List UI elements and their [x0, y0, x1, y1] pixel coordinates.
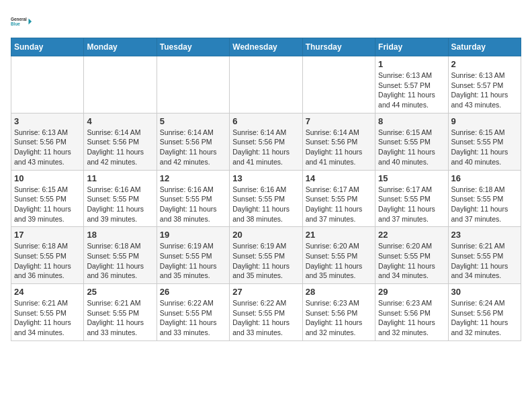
day-info: Sunrise: 6:14 AM Sunset: 5:56 PM Dayligh… [306, 128, 372, 167]
day-info: Sunrise: 6:13 AM Sunset: 5:57 PM Dayligh… [451, 71, 518, 110]
calendar-cell: 17Sunrise: 6:18 AM Sunset: 5:55 PM Dayli… [11, 227, 84, 284]
calendar-cell: 30Sunrise: 6:24 AM Sunset: 5:56 PM Dayli… [448, 284, 521, 341]
day-info: Sunrise: 6:18 AM Sunset: 5:55 PM Dayligh… [87, 241, 153, 281]
calendar-cell: 7Sunrise: 6:14 AM Sunset: 5:56 PM Daylig… [302, 113, 375, 170]
day-number: 9 [451, 116, 518, 126]
day-info: Sunrise: 6:13 AM Sunset: 5:57 PM Dayligh… [378, 71, 445, 110]
calendar-cell: 12Sunrise: 6:16 AM Sunset: 5:55 PM Dayli… [157, 170, 229, 227]
svg-text:Blue: Blue [11, 21, 20, 26]
day-info: Sunrise: 6:20 AM Sunset: 5:55 PM Dayligh… [378, 241, 445, 281]
weekday-header-wednesday: Wednesday [230, 38, 302, 56]
day-info: Sunrise: 6:23 AM Sunset: 5:56 PM Dayligh… [306, 298, 372, 338]
calendar-cell [302, 56, 375, 113]
day-info: Sunrise: 6:22 AM Sunset: 5:55 PM Dayligh… [232, 298, 299, 338]
day-number: 5 [160, 116, 226, 126]
calendar-cell: 14Sunrise: 6:17 AM Sunset: 5:55 PM Dayli… [302, 170, 375, 227]
calendar-cell: 2Sunrise: 6:13 AM Sunset: 5:57 PM Daylig… [448, 56, 521, 113]
weekday-header-friday: Friday [375, 38, 448, 56]
day-info: Sunrise: 6:15 AM Sunset: 5:55 PM Dayligh… [451, 128, 518, 167]
calendar-cell: 8Sunrise: 6:15 AM Sunset: 5:55 PM Daylig… [375, 113, 448, 170]
day-number: 10 [14, 173, 81, 183]
day-number: 14 [306, 173, 372, 183]
weekday-header-monday: Monday [84, 38, 157, 56]
weekday-header-saturday: Saturday [448, 38, 521, 56]
logo-icon: GeneralBlue [11, 11, 32, 32]
day-number: 24 [14, 287, 81, 297]
day-number: 16 [451, 173, 518, 183]
day-info: Sunrise: 6:13 AM Sunset: 5:56 PM Dayligh… [14, 128, 81, 167]
day-number: 3 [14, 116, 81, 126]
calendar-cell [157, 56, 229, 113]
svg-marker-2 [29, 18, 32, 24]
calendar-cell: 18Sunrise: 6:18 AM Sunset: 5:55 PM Dayli… [84, 227, 157, 284]
calendar-week-row: 3Sunrise: 6:13 AM Sunset: 5:56 PM Daylig… [11, 113, 521, 170]
day-number: 18 [87, 230, 153, 240]
day-number: 19 [160, 230, 226, 240]
day-number: 12 [160, 173, 226, 183]
calendar-cell: 5Sunrise: 6:14 AM Sunset: 5:56 PM Daylig… [157, 113, 229, 170]
calendar-cell: 16Sunrise: 6:18 AM Sunset: 5:55 PM Dayli… [448, 170, 521, 227]
calendar-week-row: 1Sunrise: 6:13 AM Sunset: 5:57 PM Daylig… [11, 56, 521, 113]
day-number: 21 [306, 230, 372, 240]
day-info: Sunrise: 6:21 AM Sunset: 5:55 PM Dayligh… [451, 241, 518, 281]
day-number: 7 [306, 116, 372, 126]
day-info: Sunrise: 6:20 AM Sunset: 5:55 PM Dayligh… [306, 241, 372, 281]
day-number: 4 [87, 116, 153, 126]
day-info: Sunrise: 6:18 AM Sunset: 5:55 PM Dayligh… [451, 185, 518, 224]
weekday-header-tuesday: Tuesday [157, 38, 229, 56]
day-info: Sunrise: 6:17 AM Sunset: 5:55 PM Dayligh… [378, 185, 445, 224]
day-info: Sunrise: 6:22 AM Sunset: 5:55 PM Dayligh… [160, 298, 226, 338]
calendar-cell: 1Sunrise: 6:13 AM Sunset: 5:57 PM Daylig… [375, 56, 448, 113]
day-info: Sunrise: 6:15 AM Sunset: 5:55 PM Dayligh… [14, 185, 81, 224]
day-number: 23 [451, 230, 518, 240]
day-number: 26 [160, 287, 226, 297]
day-info: Sunrise: 6:15 AM Sunset: 5:55 PM Dayligh… [378, 128, 445, 167]
logo: GeneralBlue [11, 11, 35, 32]
calendar-cell: 23Sunrise: 6:21 AM Sunset: 5:55 PM Dayli… [448, 227, 521, 284]
calendar-cell: 9Sunrise: 6:15 AM Sunset: 5:55 PM Daylig… [448, 113, 521, 170]
calendar-cell: 27Sunrise: 6:22 AM Sunset: 5:55 PM Dayli… [230, 284, 302, 341]
day-number: 15 [378, 173, 445, 183]
day-info: Sunrise: 6:14 AM Sunset: 5:56 PM Dayligh… [232, 128, 299, 167]
day-number: 27 [232, 287, 299, 297]
calendar-cell: 24Sunrise: 6:21 AM Sunset: 5:55 PM Dayli… [11, 284, 84, 341]
day-number: 17 [14, 230, 81, 240]
day-info: Sunrise: 6:23 AM Sunset: 5:56 PM Dayligh… [378, 298, 445, 338]
day-number: 1 [378, 59, 445, 69]
calendar-cell [230, 56, 302, 113]
calendar-cell: 19Sunrise: 6:19 AM Sunset: 5:55 PM Dayli… [157, 227, 229, 284]
day-number: 2 [451, 59, 518, 69]
day-number: 25 [87, 287, 153, 297]
calendar-cell: 3Sunrise: 6:13 AM Sunset: 5:56 PM Daylig… [11, 113, 84, 170]
day-info: Sunrise: 6:19 AM Sunset: 5:55 PM Dayligh… [232, 241, 299, 281]
weekday-header-sunday: Sunday [11, 38, 84, 56]
calendar-cell: 6Sunrise: 6:14 AM Sunset: 5:56 PM Daylig… [230, 113, 302, 170]
calendar-cell: 11Sunrise: 6:16 AM Sunset: 5:55 PM Dayli… [84, 170, 157, 227]
day-info: Sunrise: 6:21 AM Sunset: 5:55 PM Dayligh… [87, 298, 153, 338]
day-info: Sunrise: 6:16 AM Sunset: 5:55 PM Dayligh… [87, 185, 153, 224]
calendar-cell: 15Sunrise: 6:17 AM Sunset: 5:55 PM Dayli… [375, 170, 448, 227]
day-info: Sunrise: 6:17 AM Sunset: 5:55 PM Dayligh… [306, 185, 372, 224]
day-info: Sunrise: 6:18 AM Sunset: 5:55 PM Dayligh… [14, 241, 81, 281]
calendar-cell [84, 56, 157, 113]
day-number: 28 [306, 287, 372, 297]
calendar-cell: 4Sunrise: 6:14 AM Sunset: 5:56 PM Daylig… [84, 113, 157, 170]
calendar-cell: 21Sunrise: 6:20 AM Sunset: 5:55 PM Dayli… [302, 227, 375, 284]
day-info: Sunrise: 6:19 AM Sunset: 5:55 PM Dayligh… [160, 241, 226, 281]
day-info: Sunrise: 6:21 AM Sunset: 5:55 PM Dayligh… [14, 298, 81, 338]
calendar-week-row: 24Sunrise: 6:21 AM Sunset: 5:55 PM Dayli… [11, 284, 521, 341]
day-info: Sunrise: 6:14 AM Sunset: 5:56 PM Dayligh… [87, 128, 153, 167]
calendar-cell: 25Sunrise: 6:21 AM Sunset: 5:55 PM Dayli… [84, 284, 157, 341]
calendar-week-row: 17Sunrise: 6:18 AM Sunset: 5:55 PM Dayli… [11, 227, 521, 284]
svg-text:General: General [11, 17, 27, 21]
page-header: GeneralBlue [11, 11, 521, 32]
calendar-cell: 26Sunrise: 6:22 AM Sunset: 5:55 PM Dayli… [157, 284, 229, 341]
day-info: Sunrise: 6:16 AM Sunset: 5:55 PM Dayligh… [232, 185, 299, 224]
day-info: Sunrise: 6:16 AM Sunset: 5:55 PM Dayligh… [160, 185, 226, 224]
calendar-cell: 22Sunrise: 6:20 AM Sunset: 5:55 PM Dayli… [375, 227, 448, 284]
calendar-cell: 28Sunrise: 6:23 AM Sunset: 5:56 PM Dayli… [302, 284, 375, 341]
calendar-table: SundayMondayTuesdayWednesdayThursdayFrid… [11, 38, 521, 341]
calendar-cell: 13Sunrise: 6:16 AM Sunset: 5:55 PM Dayli… [230, 170, 302, 227]
day-number: 29 [378, 287, 445, 297]
calendar-header-row: SundayMondayTuesdayWednesdayThursdayFrid… [11, 38, 521, 56]
